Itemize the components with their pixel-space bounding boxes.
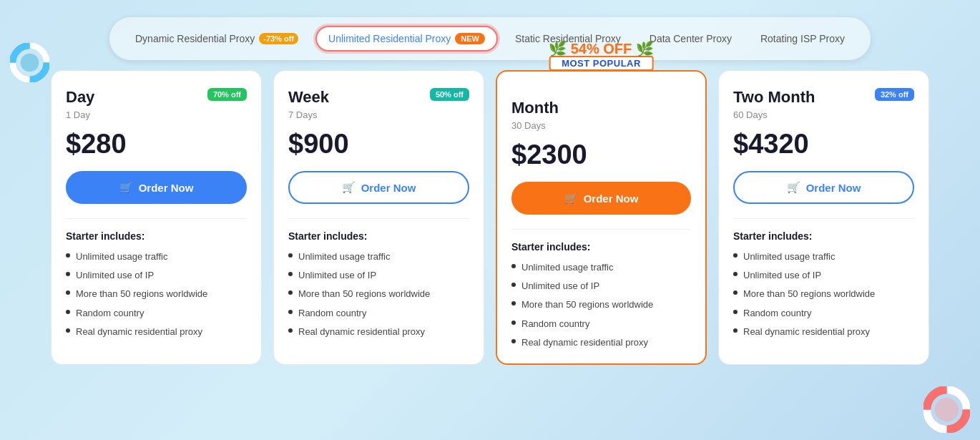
- card-week-divider: [288, 218, 469, 219]
- feature-text: Real dynamic residential proxy: [76, 326, 202, 338]
- card-day-price: $280: [66, 129, 247, 160]
- card-week-discount: 50% off: [430, 88, 469, 101]
- bullet: [288, 272, 293, 276]
- feature-text: Unlimited use of IP: [76, 269, 154, 282]
- bullet: [66, 272, 70, 276]
- list-item: Random country: [511, 318, 691, 331]
- decoration-right: [923, 386, 970, 433]
- svg-point-3: [935, 398, 959, 421]
- card-day-subtitle: 1 Day: [66, 109, 247, 120]
- feature-text: More than 50 regions worldwide: [76, 288, 207, 300]
- feature-text: Random country: [743, 307, 811, 320]
- feature-text: Unlimited use of IP: [298, 269, 376, 282]
- bullet: [733, 310, 738, 314]
- feature-text: Random country: [521, 318, 589, 331]
- card-day-divider: [66, 218, 247, 219]
- list-item: Unlimited use of IP: [66, 269, 247, 282]
- bullet: [288, 290, 293, 295]
- card-week-header: Week 50% off: [288, 88, 469, 107]
- decoration-left: [10, 43, 49, 82]
- feature-text: Unlimited usage traffic: [743, 250, 835, 263]
- bullet: [733, 272, 738, 276]
- list-item: Real dynamic residential proxy: [66, 326, 247, 338]
- list-item: Random country: [288, 307, 469, 320]
- card-month-btn-label: Order Now: [584, 192, 639, 205]
- list-item: More than 50 regions worldwide: [511, 298, 691, 311]
- list-item: Unlimited usage traffic: [66, 250, 247, 263]
- popular-banner: 🌿 54% OFF 🌿 MOST POPULAR: [549, 41, 654, 71]
- card-month-features-title: Starter includes:: [511, 241, 691, 253]
- tab-rotating[interactable]: Rotating ISP Proxy: [749, 27, 856, 50]
- feature-text: More than 50 regions worldwide: [298, 288, 430, 300]
- card-twomonth-features-title: Starter includes:: [733, 230, 914, 242]
- popular-percent: 🌿 54% OFF 🌿: [549, 41, 654, 56]
- bullet: [66, 328, 70, 333]
- list-item: Real dynamic residential proxy: [288, 326, 469, 338]
- card-week-price: $900: [288, 129, 469, 160]
- card-day-discount: 70% off: [207, 88, 247, 101]
- card-month-subtitle: 30 Days: [511, 120, 691, 131]
- tab-rotating-label: Rotating ISP Proxy: [760, 33, 845, 44]
- card-day-title: Day: [66, 88, 94, 107]
- bullet: [511, 339, 516, 343]
- card-month-divider: [511, 229, 691, 230]
- bullet: [66, 310, 70, 314]
- tab-dynamic-badge: -73% off: [259, 33, 298, 44]
- feature-text: Random country: [298, 307, 366, 320]
- svg-point-1: [21, 54, 39, 72]
- list-item: Unlimited use of IP: [733, 269, 914, 282]
- bullet: [511, 283, 516, 287]
- card-twomonth-btn-label: Order Now: [806, 182, 861, 194]
- bullet: [733, 253, 738, 258]
- cart-icon: 🛒: [119, 181, 133, 194]
- card-day: Day 70% off 1 Day $280 🛒 Order Now Start…: [51, 70, 262, 365]
- tab-unlimited-badge: NEW: [455, 33, 485, 44]
- feature-text: Unlimited usage traffic: [521, 261, 613, 274]
- bullet: [66, 253, 70, 258]
- main-content: Day 70% off 1 Day $280 🛒 Order Now Start…: [0, 70, 980, 379]
- card-week-subtitle: 7 Days: [288, 109, 469, 120]
- card-week-title: Week: [288, 88, 329, 107]
- card-twomonth-divider: [733, 218, 914, 219]
- feature-text: More than 50 regions worldwide: [521, 298, 653, 311]
- card-day-order-button[interactable]: 🛒 Order Now: [66, 171, 247, 204]
- card-month-order-button[interactable]: 🛒 Order Now: [511, 182, 691, 215]
- card-month-price: $2300: [511, 140, 691, 170]
- tab-unlimited-label: Unlimited Residential Proxy: [328, 33, 451, 44]
- card-week-features-title: Starter includes:: [288, 230, 469, 242]
- tab-dynamic[interactable]: Dynamic Residential Proxy -73% off: [124, 27, 310, 50]
- bullet: [511, 321, 516, 325]
- popular-label: MOST POPULAR: [549, 56, 654, 71]
- list-item: Unlimited use of IP: [288, 269, 469, 282]
- card-day-header: Day 70% off: [66, 88, 247, 107]
- cart-icon: 🛒: [564, 192, 578, 205]
- list-item: Random country: [733, 307, 914, 320]
- card-month-title: Month: [511, 99, 559, 117]
- bullet: [288, 310, 293, 314]
- card-week-order-button[interactable]: 🛒 Order Now: [288, 171, 469, 204]
- card-twomonth-header: Two Month 32% off: [733, 88, 914, 107]
- bullet: [511, 264, 516, 268]
- list-item: Unlimited usage traffic: [511, 261, 691, 274]
- card-twomonth-order-button[interactable]: 🛒 Order Now: [733, 171, 914, 204]
- cart-icon: 🛒: [342, 181, 356, 194]
- feature-text: Random country: [76, 307, 144, 320]
- feature-text: Real dynamic residential proxy: [521, 336, 648, 349]
- feature-text: Unlimited use of IP: [743, 269, 821, 282]
- list-item: Unlimited usage traffic: [733, 250, 914, 263]
- list-item: Real dynamic residential proxy: [733, 326, 914, 338]
- bullet: [66, 290, 70, 295]
- card-day-features-title: Starter includes:: [66, 230, 247, 242]
- cards-container: Day 70% off 1 Day $280 🛒 Order Now Start…: [29, 70, 951, 365]
- card-twomonth: Two Month 32% off 60 Days $4320 🛒 Order …: [718, 70, 929, 365]
- feature-text: More than 50 regions worldwide: [743, 288, 875, 300]
- bullet: [288, 328, 293, 333]
- tab-bar: Dynamic Residential Proxy -73% off Unlim…: [109, 17, 871, 60]
- card-week: Week 50% off 7 Days $900 🛒 Order Now Sta…: [273, 70, 484, 365]
- cart-icon: 🛒: [787, 181, 800, 194]
- bullet: [733, 328, 738, 333]
- card-week-btn-label: Order Now: [361, 182, 416, 194]
- feature-text: Unlimited usage traffic: [298, 250, 390, 263]
- card-month-features: Unlimited usage traffic Unlimited use of…: [511, 261, 691, 349]
- tab-unlimited[interactable]: Unlimited Residential Proxy NEW: [315, 26, 498, 52]
